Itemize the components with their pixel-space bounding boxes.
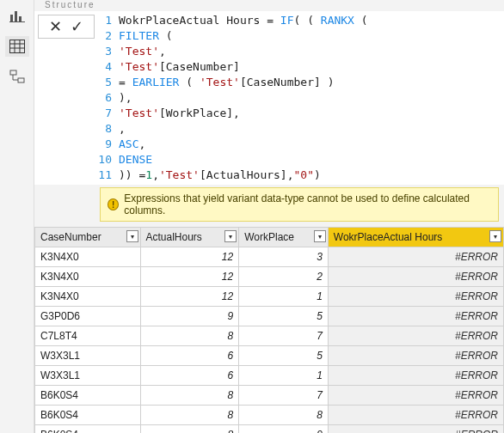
cell-casenumber[interactable]: B6K0S4 (35, 425, 141, 434)
main-panel: Structure ✕ ✓ 1WokrPlaceActual Hours = I… (34, 0, 504, 433)
formula-cancel-button[interactable]: ✕ (47, 19, 64, 34)
column-header[interactable]: ActualHours▾ (140, 228, 239, 247)
cell-workplace[interactable]: 7 (239, 386, 329, 406)
code-text[interactable]: , (119, 121, 126, 137)
code-line[interactable]: 11)) =1,'Test'[ActualHours],"0") (95, 168, 504, 183)
table-row[interactable]: C7L8T487#ERROR (35, 326, 504, 346)
cell-actualhours[interactable]: 12 (140, 247, 239, 267)
cell-casenumber[interactable]: B6K0S4 (35, 406, 141, 425)
cell-workplace[interactable]: 9 (239, 425, 329, 434)
code-text[interactable]: DENSE (119, 152, 152, 168)
table-row[interactable]: B6K0S489#ERROR (35, 425, 504, 434)
data-grid[interactable]: CaseNumber▾ActualHours▾WorkPlace▾WokrPla… (34, 227, 504, 433)
cell-calc-error[interactable]: #ERROR (328, 366, 503, 386)
code-text[interactable]: 'Test', (119, 44, 166, 59)
filter-dropdown-icon[interactable]: ▾ (314, 230, 326, 242)
formula-warning: ! Expressions that yield variant data-ty… (100, 187, 499, 222)
cell-casenumber[interactable]: B6K0S4 (35, 386, 141, 406)
cell-actualhours[interactable]: 8 (140, 425, 239, 434)
cell-calc-error[interactable]: #ERROR (328, 307, 503, 326)
ribbon-hints: Structure (34, 0, 504, 11)
code-line[interactable]: 5= EARLIER ( 'Test'[CaseNumber] ) (95, 75, 504, 90)
cell-workplace[interactable]: 8 (239, 406, 329, 425)
code-line[interactable]: 8, (95, 121, 504, 137)
column-header[interactable]: CaseNumber▾ (35, 228, 141, 247)
cell-calc-error[interactable]: #ERROR (328, 425, 503, 434)
chart-bar-icon (9, 9, 25, 22)
table-row[interactable]: W3X3L165#ERROR (35, 346, 504, 366)
cell-workplace[interactable]: 5 (239, 307, 329, 326)
formula-commit-button[interactable]: ✓ (69, 19, 85, 34)
code-text[interactable]: 'Test'[WorkPlace], (119, 106, 240, 121)
line-number: 6 (95, 90, 119, 106)
code-text[interactable]: ), (119, 90, 132, 106)
column-header[interactable]: WokrPlaceActual Hours▾ (328, 228, 503, 247)
cell-actualhours[interactable]: 6 (140, 366, 239, 386)
cell-workplace[interactable]: 1 (239, 287, 329, 307)
filter-dropdown-icon[interactable]: ▾ (126, 230, 138, 242)
cell-casenumber[interactable]: W3X3L1 (35, 346, 141, 366)
table-row[interactable]: G3P0D695#ERROR (35, 307, 504, 326)
table-row[interactable]: W3X3L161#ERROR (35, 366, 504, 386)
code-line[interactable]: 3'Test', (95, 44, 504, 59)
table-row[interactable]: B6K0S487#ERROR (35, 386, 504, 406)
cell-workplace[interactable]: 5 (239, 346, 329, 366)
cell-calc-error[interactable]: #ERROR (328, 267, 503, 287)
data-view-button[interactable] (5, 36, 29, 57)
cell-calc-error[interactable]: #ERROR (328, 326, 503, 346)
code-text[interactable]: FILTER ( (119, 28, 173, 44)
table-row[interactable]: B6K0S488#ERROR (35, 406, 504, 425)
code-line[interactable]: 2FILTER ( (95, 28, 504, 44)
cell-calc-error[interactable]: #ERROR (328, 287, 503, 307)
filter-dropdown-icon[interactable]: ▾ (489, 230, 501, 242)
code-text[interactable]: 'Test'[CaseNumber] (119, 59, 240, 75)
code-line[interactable]: 4'Test'[CaseNumber] (95, 59, 504, 75)
cell-calc-error[interactable]: #ERROR (328, 406, 503, 425)
code-text[interactable]: = EARLIER ( 'Test'[CaseNumber] ) (119, 75, 334, 90)
code-line[interactable]: 7'Test'[WorkPlace], (95, 106, 504, 121)
table-row[interactable]: K3N4X0123#ERROR (35, 247, 504, 267)
code-text[interactable]: ASC, (119, 137, 145, 152)
cell-actualhours[interactable]: 8 (140, 406, 239, 425)
code-text[interactable]: )) =1,'Test'[ActualHours],"0") (119, 168, 321, 183)
cell-actualhours[interactable]: 12 (140, 267, 239, 287)
model-view-button[interactable] (5, 67, 29, 88)
code-line[interactable]: 6), (95, 90, 504, 106)
column-label: WorkPlace (244, 231, 294, 243)
filter-dropdown-icon[interactable]: ▾ (224, 230, 237, 242)
cell-workplace[interactable]: 1 (239, 366, 329, 386)
cell-casenumber[interactable]: G3P0D6 (35, 307, 141, 326)
cell-casenumber[interactable]: K3N4X0 (35, 247, 141, 267)
cell-calc-error[interactable]: #ERROR (328, 346, 503, 366)
cell-casenumber[interactable]: K3N4X0 (35, 287, 141, 307)
line-number: 7 (95, 106, 119, 121)
code-line[interactable]: 10DENSE (95, 152, 504, 168)
cell-actualhours[interactable]: 12 (140, 287, 239, 307)
code-text[interactable]: WokrPlaceActual Hours = IF( ( RANKX ( (119, 13, 368, 28)
cell-actualhours[interactable]: 6 (140, 346, 239, 366)
svg-rect-9 (10, 70, 16, 75)
cell-workplace[interactable]: 7 (239, 326, 329, 346)
table-row[interactable]: K3N4X0121#ERROR (35, 287, 504, 307)
cell-actualhours[interactable]: 8 (140, 386, 239, 406)
column-header[interactable]: WorkPlace▾ (239, 228, 329, 247)
cell-workplace[interactable]: 3 (239, 247, 329, 267)
table-row[interactable]: K3N4X0122#ERROR (35, 267, 504, 287)
line-number: 11 (95, 168, 119, 183)
formula-editor[interactable]: 1WokrPlaceActual Hours = IF( ( RANKX (2F… (95, 11, 504, 185)
cell-workplace[interactable]: 2 (239, 267, 329, 287)
code-line[interactable]: 9ASC, (95, 137, 504, 152)
cell-calc-error[interactable]: #ERROR (328, 247, 503, 267)
cell-casenumber[interactable]: K3N4X0 (35, 267, 141, 287)
code-line[interactable]: 1WokrPlaceActual Hours = IF( ( RANKX ( (95, 13, 504, 28)
cell-casenumber[interactable]: C7L8T4 (35, 326, 141, 346)
column-label: ActualHours (146, 231, 202, 243)
cell-actualhours[interactable]: 9 (140, 307, 239, 326)
cell-casenumber[interactable]: W3X3L1 (35, 366, 141, 386)
table-grid-icon (9, 40, 25, 53)
line-number: 4 (95, 59, 119, 75)
warning-text: Expressions that yield variant data-type… (124, 192, 491, 216)
report-view-button[interactable] (5, 5, 29, 26)
cell-calc-error[interactable]: #ERROR (328, 386, 503, 406)
cell-actualhours[interactable]: 8 (140, 326, 239, 346)
